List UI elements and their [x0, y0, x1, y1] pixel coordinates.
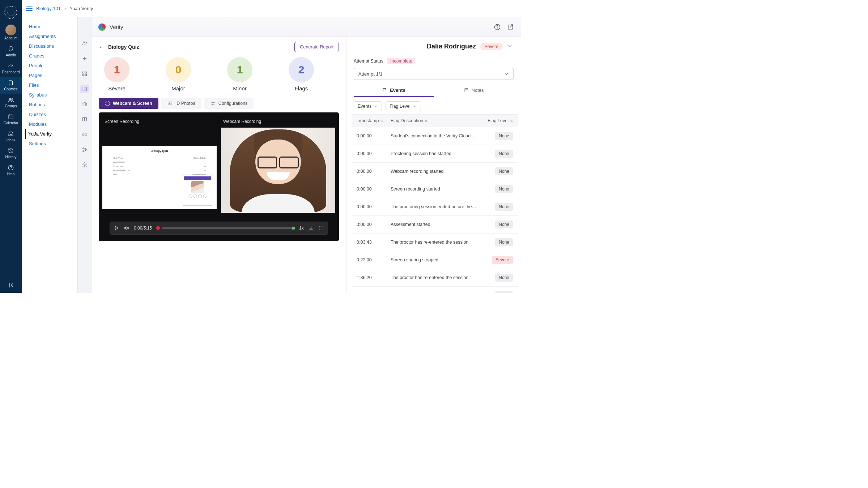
webcam-recording-thumb[interactable]	[221, 128, 335, 213]
tab-webcam-screen[interactable]: Webcam & Screen	[99, 98, 158, 109]
rail-calendar[interactable]: Calendar	[0, 111, 22, 128]
table-row[interactable]: 0:00:00Screen recording startedNone	[352, 180, 518, 198]
stat-flags[interactable]: 2Flags	[287, 57, 316, 91]
svg-rect-2	[9, 115, 13, 119]
cell-timestamp: 0:00:00	[357, 151, 391, 156]
main: Verity ← Biology Quiz Generate Report	[92, 17, 521, 293]
course-nav-people[interactable]: People	[26, 61, 77, 70]
cell-flag-level: None	[495, 291, 513, 293]
rail-collapse[interactable]	[0, 282, 22, 290]
users-icon	[7, 96, 14, 103]
fullscreen-icon[interactable]	[318, 225, 324, 231]
table-row[interactable]: 1:36:20The proctor has re-entered the se…	[352, 269, 518, 287]
course-nav-pages[interactable]: Pages	[26, 70, 77, 80]
cell-flag-level: None	[495, 203, 513, 211]
play-icon[interactable]	[114, 225, 119, 231]
table-row[interactable]: 1:36:23The proctor has left the sessionN…	[352, 287, 518, 293]
canvas-logo	[4, 6, 17, 19]
cell-timestamp: 0:00:00	[357, 187, 391, 192]
strip-eye-icon[interactable]	[80, 130, 89, 139]
breadcrumb-page: YuJa Verity	[69, 6, 93, 11]
strip-plus-icon[interactable]	[80, 54, 89, 63]
rail-groups[interactable]: Groups	[0, 94, 22, 111]
attempt-select[interactable]: Attempt 1/1	[354, 68, 514, 80]
table-row[interactable]: 0:03:43The proctor has re-entered the se…	[352, 234, 518, 251]
table-row[interactable]: 0:00:00Assessment startedNone	[352, 216, 518, 234]
cell-timestamp: 0:00:00	[357, 204, 391, 209]
rail-dashboard[interactable]: Dashboard	[0, 60, 22, 77]
svg-rect-16	[168, 102, 172, 105]
stat-minor[interactable]: 1Minor	[225, 57, 254, 91]
course-nav-home[interactable]: Home	[26, 22, 77, 31]
strip-doc-icon[interactable]	[80, 85, 89, 93]
rail-courses[interactable]: Courses	[0, 77, 22, 94]
strip-gear-icon[interactable]	[80, 160, 89, 169]
proctor-widget	[182, 175, 213, 206]
course-nav-files[interactable]: Files	[26, 80, 77, 90]
table-row[interactable]: 0:00:00Student's connection to the Verit…	[352, 127, 518, 145]
table-row[interactable]: 0:00:00The proctoring session ended befo…	[352, 198, 518, 216]
rail-admin[interactable]: Admin	[0, 43, 22, 60]
download-icon[interactable]	[308, 225, 314, 231]
course-nav-modules[interactable]: Modules	[26, 119, 77, 129]
volume-icon[interactable]	[124, 225, 129, 231]
app-bar: Verity	[92, 17, 521, 37]
tab-events[interactable]: Events	[354, 84, 434, 97]
generate-report-button[interactable]: Generate Report	[294, 42, 339, 52]
table-row[interactable]: 0:00:00Webcam recording startedNone	[352, 163, 518, 180]
course-nav-assignments[interactable]: Assignments	[26, 31, 77, 41]
filter-flag-level[interactable]: Flag Level	[386, 101, 421, 111]
playback-speed[interactable]: 1x	[299, 226, 304, 231]
strip-branch-icon[interactable]	[80, 145, 89, 154]
course-nav-grades[interactable]: Grades	[26, 51, 77, 61]
col-flag-level[interactable]: Flag Level⇅	[480, 118, 513, 123]
external-link-icon[interactable]	[506, 23, 514, 31]
back-to-quiz[interactable]: ← Biology Quiz	[99, 44, 139, 50]
course-nav-discussions[interactable]: Discussions	[26, 41, 77, 51]
rail-account[interactable]: Account	[0, 22, 22, 43]
breadcrumb-course[interactable]: Biology 101	[36, 6, 61, 11]
rail-history[interactable]: History	[0, 145, 22, 162]
course-nav-rubrics[interactable]: Rubrics	[26, 100, 77, 110]
course-nav-settings[interactable]: Settings	[26, 139, 77, 149]
course-nav-syllabus[interactable]: Syllabus	[26, 90, 77, 100]
left-pane: ← Biology Quiz Generate Report 1Severe 0…	[92, 37, 346, 293]
tab-notes[interactable]: Notes	[434, 84, 514, 97]
canvas-rail: Account Admin Dashboard Courses Groups C…	[0, 0, 22, 293]
progress-knob[interactable]	[156, 226, 160, 230]
course-nav-quizzes[interactable]: Quizzes	[26, 110, 77, 119]
progress-bar[interactable]	[156, 226, 295, 230]
strip-bank-icon[interactable]	[80, 100, 89, 108]
stat-major[interactable]: 0Major	[164, 57, 193, 91]
rail-help[interactable]: Help	[0, 162, 22, 179]
gauge-icon	[7, 62, 14, 69]
stat-severe[interactable]: 1Severe	[102, 57, 131, 91]
cell-flag-level: None	[495, 167, 513, 175]
cell-timestamp: 0:03:43	[357, 240, 391, 245]
course-nav-yuja-verity[interactable]: YuJa Verity	[25, 129, 77, 139]
severity-chip: Severe	[480, 43, 503, 50]
tab-id-photos[interactable]: ID Photos	[161, 98, 201, 109]
screen-recording-thumb[interactable]: Biology Quiz Quiz TypeGraded Quiz Assign…	[102, 146, 217, 209]
strip-grid-icon[interactable]	[80, 69, 89, 78]
help-circle-icon[interactable]	[493, 23, 501, 31]
col-timestamp[interactable]: Timestamp⇅	[357, 118, 391, 123]
cell-description: Screen sharing stopped	[391, 257, 480, 262]
strip-users-icon[interactable]	[80, 39, 89, 48]
strip-book-icon[interactable]	[80, 115, 89, 124]
cell-flag-level: None	[495, 150, 513, 158]
recording-panel: Screen Recording Biology Quiz Quiz TypeG…	[99, 112, 339, 241]
verity-logo-icon	[98, 23, 106, 31]
sort-icon: ⇅	[510, 119, 513, 123]
stat-row: 1Severe 0Major 1Minor 2Flags	[102, 57, 339, 91]
cell-description: The proctor has re-entered the session	[391, 240, 480, 245]
hamburger-icon[interactable]	[26, 7, 33, 11]
filter-events[interactable]: Events	[354, 101, 382, 111]
col-description[interactable]: Flag Description⇅	[391, 118, 480, 123]
table-row[interactable]: 0:00:00Proctoring session has startedNon…	[352, 145, 518, 163]
table-row[interactable]: 0:22:00Screen sharing stoppedSevere	[352, 251, 518, 269]
rail-inbox[interactable]: Inbox	[0, 128, 22, 145]
tab-configurations[interactable]: Configurations	[204, 98, 254, 109]
student-chevron-icon[interactable]	[507, 43, 513, 50]
sliders-icon	[210, 101, 216, 106]
